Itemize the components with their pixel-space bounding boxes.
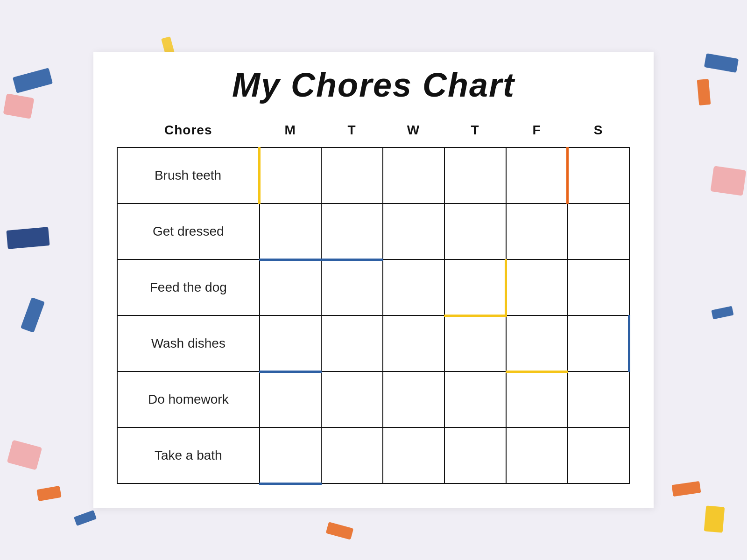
table-header-row: Chores M T W T F S — [117, 118, 629, 147]
table-row: Brush teeth — [117, 147, 629, 203]
cell-4-tue[interactable] — [321, 315, 383, 371]
header-tue: T — [321, 118, 383, 147]
chart-container: My Chores Chart Chores M T W T F S Brush… — [93, 52, 654, 508]
cell-5-sat[interactable] — [568, 371, 629, 427]
deco-shape-12 — [711, 306, 733, 320]
deco-shape-6 — [7, 440, 42, 470]
deco-shape-2 — [3, 93, 35, 119]
header-wed: W — [383, 118, 444, 147]
cell-2-sat[interactable] — [568, 203, 629, 259]
deco-shape-15 — [326, 522, 354, 539]
cell-2-mon[interactable] — [260, 203, 321, 259]
chores-table: Chores M T W T F S Brush teeth — [117, 118, 630, 485]
cell-6-fri[interactable] — [506, 427, 568, 483]
deco-shape-5 — [36, 486, 62, 501]
table-row: Feed the dog — [117, 259, 629, 315]
cell-6-sat[interactable] — [568, 427, 629, 483]
header-fri: F — [506, 118, 568, 147]
cell-5-tue[interactable] — [321, 371, 383, 427]
header-sat: S — [568, 118, 629, 147]
cell-3-thu[interactable] — [444, 259, 506, 315]
cell-5-wed[interactable] — [383, 371, 444, 427]
deco-shape-9 — [704, 53, 739, 73]
cell-1-thu[interactable] — [444, 147, 506, 203]
deco-shape-4 — [21, 297, 45, 333]
table-row: Wash dishes — [117, 315, 629, 371]
cell-5-mon[interactable] — [260, 371, 321, 427]
cell-2-fri[interactable] — [506, 203, 568, 259]
chore-name-6: Take a bath — [117, 427, 260, 483]
deco-shape-3 — [6, 227, 49, 249]
cell-4-thu[interactable] — [444, 315, 506, 371]
cell-1-sat[interactable] — [568, 147, 629, 203]
cell-1-mon[interactable] — [260, 147, 321, 203]
header-chores: Chores — [117, 118, 260, 147]
cell-1-wed[interactable] — [383, 147, 444, 203]
header-thu: T — [444, 118, 506, 147]
deco-shape-11 — [711, 166, 747, 196]
cell-2-wed[interactable] — [383, 203, 444, 259]
chore-name-4: Wash dishes — [117, 315, 260, 371]
cell-3-fri[interactable] — [506, 259, 568, 315]
cell-4-fri[interactable] — [506, 315, 568, 371]
table-row: Get dressed — [117, 203, 629, 259]
cell-4-wed[interactable] — [383, 315, 444, 371]
cell-6-thu[interactable] — [444, 427, 506, 483]
cell-3-mon[interactable] — [260, 259, 321, 315]
deco-shape-13 — [704, 505, 725, 532]
cell-6-mon[interactable] — [260, 427, 321, 483]
table-row: Do homework — [117, 371, 629, 427]
deco-shape-7 — [74, 510, 97, 526]
deco-shape-10 — [697, 79, 711, 105]
cell-3-wed[interactable] — [383, 259, 444, 315]
header-mon: M — [260, 118, 321, 147]
page-wrapper: My Chores Chart Chores M T W T F S Brush… — [0, 0, 747, 560]
cell-1-tue[interactable] — [321, 147, 383, 203]
cell-6-tue[interactable] — [321, 427, 383, 483]
deco-shape-14 — [672, 481, 701, 497]
chore-name-1: Brush teeth — [117, 147, 260, 203]
cell-5-fri[interactable] — [506, 371, 568, 427]
cell-1-fri[interactable] — [506, 147, 568, 203]
deco-shape-1 — [13, 68, 53, 93]
cell-3-sat[interactable] — [568, 259, 629, 315]
cell-2-thu[interactable] — [444, 203, 506, 259]
chore-name-3: Feed the dog — [117, 259, 260, 315]
chore-name-5: Do homework — [117, 371, 260, 427]
cell-3-tue[interactable] — [321, 259, 383, 315]
cell-2-tue[interactable] — [321, 203, 383, 259]
cell-4-mon[interactable] — [260, 315, 321, 371]
table-row: Take a bath — [117, 427, 629, 483]
chore-name-2: Get dressed — [117, 203, 260, 259]
cell-4-sat[interactable] — [568, 315, 629, 371]
chart-title: My Chores Chart — [117, 66, 630, 104]
cell-5-thu[interactable] — [444, 371, 506, 427]
cell-6-wed[interactable] — [383, 427, 444, 483]
